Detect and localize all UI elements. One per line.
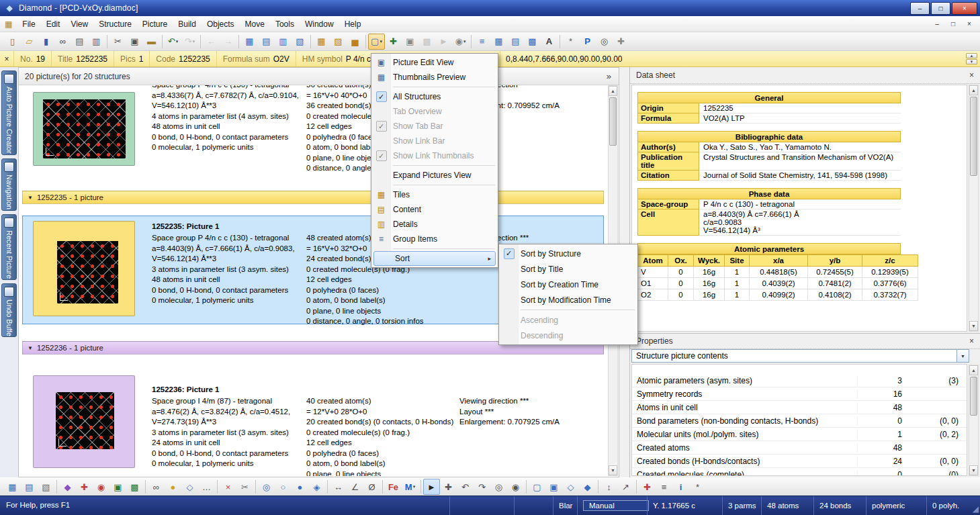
- print-icon[interactable]: ▤: [71, 34, 88, 50]
- menubar-item-move[interactable]: Move: [240, 17, 270, 32]
- sidebar-tab-auto-picture-creator[interactable]: Auto Picture Creator: [1, 71, 17, 155]
- spacegroup-icon[interactable]: ▤: [21, 479, 38, 495]
- menu-item-picture-edit-view[interactable]: ▣Picture Edit View: [372, 55, 497, 70]
- spin-up-button[interactable]: ▲: [966, 53, 977, 58]
- mdi-close-button[interactable]: ×: [963, 19, 976, 29]
- iron-element-icon[interactable]: Fe: [385, 479, 402, 495]
- destroy-all-icon[interactable]: ✂: [236, 479, 253, 495]
- menu-item-sort-by-structure[interactable]: ✓Sort by Structure: [500, 246, 637, 261]
- menu-item-sort-by-creation-time[interactable]: Sort by Creation Time: [500, 277, 637, 292]
- menu-item-group-items[interactable]: ≡Group Items: [372, 232, 497, 246]
- property-row-created-molecules-complete[interactable]: Created molecules (complete)0(0): [632, 468, 967, 476]
- menu-item-sort-by-modification-time[interactable]: Sort by Modification Time: [500, 292, 637, 308]
- connect-atoms-icon[interactable]: ∞: [148, 479, 165, 495]
- structure-thumbnail[interactable]: [33, 375, 135, 468]
- resize-grip[interactable]: ◢: [973, 504, 979, 514]
- zoom-icon[interactable]: ◎: [490, 479, 507, 495]
- spin-down-button[interactable]: ▼: [966, 59, 977, 64]
- menubar-item-view[interactable]: View: [65, 17, 93, 32]
- menu-item-descending[interactable]: Descending: [500, 328, 637, 343]
- grid-view-icon[interactable]: ▨: [330, 34, 347, 50]
- view-a-axis-icon[interactable]: ▢: [529, 479, 545, 495]
- menu-item-show-link-bar[interactable]: Show Link Bar: [372, 134, 497, 148]
- close-button[interactable]: ×: [952, 2, 977, 15]
- view-c-axis-icon[interactable]: ◇: [562, 479, 579, 495]
- spin-icon[interactable]: ◉: [507, 479, 524, 495]
- capture-icon[interactable]: ◉▾: [452, 34, 469, 50]
- menu-item-tab-overview[interactable]: Tab Overview: [372, 104, 497, 119]
- build-crystal-icon[interactable]: ◆: [59, 479, 76, 495]
- datasheet-scrollbar[interactable]: ▲ ▼: [969, 85, 979, 332]
- distances-table-icon[interactable]: ▥: [275, 34, 292, 50]
- datasheet-close-icon[interactable]: ×: [969, 71, 974, 80]
- menu-item-content[interactable]: ▤Content: [372, 202, 497, 217]
- table-view-icon[interactable]: ▦: [313, 34, 330, 50]
- scroll-thumb[interactable]: [970, 97, 977, 176]
- measure-angle-icon[interactable]: ∠: [347, 479, 363, 495]
- chart-view-icon[interactable]: ▅: [347, 34, 363, 50]
- forward-icon[interactable]: →: [220, 34, 236, 50]
- mdi-restore-button[interactable]: □: [946, 19, 960, 29]
- sidebar-tab-navigation[interactable]: Navigation: [1, 158, 17, 211]
- new-picture-icon[interactable]: ✚: [385, 34, 402, 50]
- menubar-item-structure[interactable]: Structure: [93, 17, 137, 32]
- scroll-up-icon[interactable]: ▲: [969, 85, 978, 95]
- fly-mode-icon[interactable]: ↗: [617, 479, 634, 495]
- paste-icon[interactable]: ▬: [143, 34, 160, 50]
- back-icon[interactable]: ←: [203, 34, 220, 50]
- menubar-item-objects[interactable]: Objects: [202, 17, 240, 32]
- add-all-atoms-icon[interactable]: ◉: [93, 479, 109, 495]
- property-row-created-bonds-h-bonds-contacts[interactable]: Created bonds (H-bonds/contacts)24(0, 0): [632, 455, 967, 468]
- menu-item-all-structures[interactable]: ✓All Structures: [372, 89, 497, 104]
- edit-parameters-icon[interactable]: ▧: [38, 479, 54, 495]
- redo-icon[interactable]: ↷▾: [181, 34, 198, 50]
- options-icon[interactable]: *: [689, 479, 706, 495]
- model-spacefill-icon[interactable]: ●: [292, 479, 308, 495]
- new-structure-icon[interactable]: ▦: [4, 479, 21, 495]
- menu-item-show-tab-bar[interactable]: ✓Show Tab Bar: [372, 119, 497, 134]
- scroll-down-icon[interactable]: ▼: [969, 321, 978, 331]
- find-icon[interactable]: ∞: [54, 34, 71, 50]
- menu-item-tiles[interactable]: ▦Tiles: [372, 187, 497, 202]
- info-icon[interactable]: i: [672, 479, 689, 495]
- menubar-item-help[interactable]: Help: [339, 17, 367, 32]
- destroy-icon[interactable]: ×: [220, 479, 236, 495]
- pointer-icon[interactable]: ►: [423, 479, 440, 495]
- rotate-left-icon[interactable]: ↶: [457, 479, 474, 495]
- cut-icon[interactable]: ✂: [109, 34, 126, 50]
- measure-torsion-icon[interactable]: Ø: [363, 479, 380, 495]
- pan-icon[interactable]: ✚: [440, 479, 457, 495]
- copy-icon[interactable]: ▣: [126, 34, 143, 50]
- scroll-thumb[interactable]: [970, 377, 977, 416]
- menubar-item-file[interactable]: File: [17, 17, 40, 32]
- walk-mode-icon[interactable]: ↕: [600, 479, 617, 495]
- ruler-icon[interactable]: ≡: [656, 479, 672, 495]
- create-bonds-icon[interactable]: ●: [165, 479, 181, 495]
- model-wire-icon[interactable]: ○: [275, 479, 292, 495]
- menu-item-details[interactable]: ▥Details: [372, 217, 497, 232]
- property-row-created-atoms[interactable]: Created atoms48: [632, 441, 967, 455]
- print-preview-icon[interactable]: ▥: [88, 34, 105, 50]
- scroll-down-icon[interactable]: ▼: [609, 465, 617, 475]
- perspective-icon[interactable]: ◆: [579, 479, 596, 495]
- scroll-down-icon[interactable]: ▼: [969, 465, 978, 475]
- h-bonds-icon[interactable]: …: [198, 479, 215, 495]
- tools-icon[interactable]: *: [562, 34, 579, 50]
- statusbar-mode-field[interactable]: Manual: [583, 500, 649, 511]
- polyhedra-icon[interactable]: ◇: [181, 479, 198, 495]
- save-icon[interactable]: ▮: [38, 34, 54, 50]
- search-structure-icon[interactable]: ◎: [596, 34, 613, 50]
- sidebar-tab-undo-buffer[interactable]: Undo Buffer: [1, 283, 17, 337]
- packing-range-icon[interactable]: ▩: [126, 479, 143, 495]
- menubar-item-tools[interactable]: Tools: [270, 17, 300, 32]
- rotate-right-icon[interactable]: ↷: [474, 479, 490, 495]
- minimize-button[interactable]: –: [910, 2, 930, 15]
- axes-icon[interactable]: ✚: [639, 479, 656, 495]
- paste-picture-icon[interactable]: ▩: [418, 34, 435, 50]
- sidebar-tab-recent-pictures[interactable]: Recent Pictures: [1, 214, 17, 280]
- structure-table-icon[interactable]: ▦: [241, 34, 258, 50]
- settings-icon[interactable]: ✚: [613, 34, 629, 50]
- property-row-atoms-in-unit-cell[interactable]: Atoms in unit cell48: [632, 401, 967, 414]
- property-row-atomic-parameters-asym-sites[interactable]: Atomic parameters (asym. sites)3(3): [632, 374, 967, 387]
- overflow-chevron-button[interactable]: »: [607, 71, 611, 81]
